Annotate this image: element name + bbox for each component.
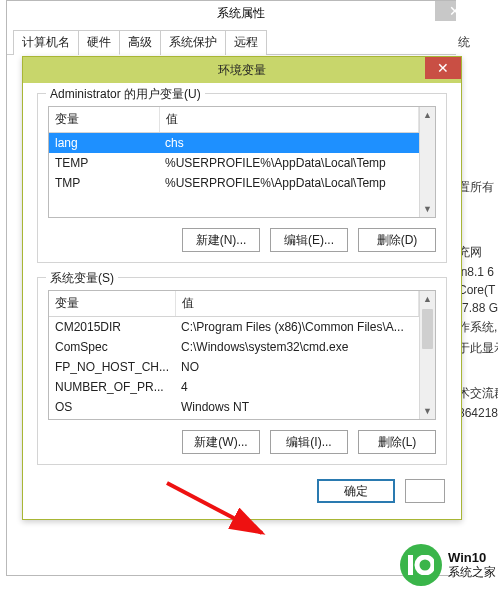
bg-text: 864218 — [458, 406, 498, 420]
watermark-text: Win10 系统之家 — [448, 551, 496, 578]
var-value-cell: 4 — [175, 377, 418, 397]
bg-text: 于此显示 — [458, 340, 498, 357]
tab-hardware[interactable]: 硬件 — [78, 30, 120, 55]
var-value-cell: NO — [175, 357, 418, 377]
var-name-cell: TEMP — [49, 153, 159, 173]
col-header-variable[interactable]: 变量 — [49, 107, 159, 133]
environment-variables-dialog: 环境变量 ✕ Administrator 的用户变量(U) 变量 值 langc… — [22, 56, 462, 520]
watermark-logo-icon — [400, 544, 442, 586]
user-edit-button[interactable]: 编辑(E)... — [270, 228, 348, 252]
var-value-cell: C:\Windows\system32\cmd.exe — [175, 337, 418, 357]
sys-vars-scrollbar[interactable]: ▲ ▼ — [419, 291, 435, 419]
watermark: Win10 系统之家 — [400, 544, 496, 586]
var-name-cell: NUMBER_OF_PR... — [49, 377, 175, 397]
system-properties-titlebar: 系统属性 ✕ — [7, 1, 475, 25]
var-value-cell: chs — [159, 133, 419, 154]
user-variables-label: Administrator 的用户变量(U) — [46, 86, 205, 103]
bg-text: 术交流群 — [458, 385, 498, 402]
col-header-variable[interactable]: 变量 — [49, 291, 175, 317]
sys-new-button[interactable]: 新建(W)... — [182, 430, 260, 454]
bg-text: 统 — [458, 34, 498, 51]
tab-computer-name[interactable]: 计算机名 — [13, 30, 79, 55]
table-row[interactable]: CM2015DIRC:\Program Files (x86)\Common F… — [49, 317, 419, 338]
user-new-button[interactable]: 新建(N)... — [182, 228, 260, 252]
var-value-cell: %USERPROFILE%\AppData\Local\Temp — [159, 173, 419, 193]
scroll-up-icon[interactable]: ▲ — [420, 107, 435, 123]
close-icon: ✕ — [437, 60, 449, 76]
env-dialog-titlebar[interactable]: 环境变量 ✕ — [23, 57, 461, 83]
user-variables-table[interactable]: 变量 值 langchsTEMP%USERPROFILE%\AppData\Lo… — [49, 107, 419, 193]
watermark-line1: Win10 — [448, 551, 496, 565]
scroll-down-icon[interactable]: ▼ — [420, 403, 435, 419]
bg-text: (7.88 G — [458, 301, 498, 315]
bg-text: 置所有 — [458, 179, 498, 196]
sys-delete-button[interactable]: 删除(L) — [358, 430, 436, 454]
user-variables-group: Administrator 的用户变量(U) 变量 值 langchsTEMP%… — [37, 93, 447, 263]
system-properties-tabs: 计算机名 硬件 高级 系统保护 远程 — [7, 25, 475, 55]
var-name-cell: ComSpec — [49, 337, 175, 357]
system-properties-title: 系统属性 — [217, 5, 265, 22]
tab-remote[interactable]: 远程 — [225, 30, 267, 55]
bg-text: in8.1 6 — [458, 265, 498, 279]
system-variables-label: 系统变量(S) — [46, 270, 118, 287]
scroll-up-icon[interactable]: ▲ — [420, 291, 435, 307]
bg-text: Core(T — [458, 283, 498, 297]
table-row[interactable]: ComSpecC:\Windows\system32\cmd.exe — [49, 337, 419, 357]
user-delete-button[interactable]: 删除(D) — [358, 228, 436, 252]
background-right-panel: 统 置所有 充网 in8.1 6 Core(T (7.88 G 作系统, 于此显… — [456, 0, 500, 590]
watermark-line2: 系统之家 — [448, 566, 496, 579]
bg-text: 作系统, — [458, 319, 498, 336]
bg-text: 充网 — [458, 244, 498, 261]
table-row[interactable]: TMP%USERPROFILE%\AppData\Local\Temp — [49, 173, 419, 193]
tab-system-protection[interactable]: 系统保护 — [160, 30, 226, 55]
scrollbar-thumb[interactable] — [422, 309, 433, 349]
col-header-value[interactable]: 值 — [159, 107, 419, 133]
svg-rect-1 — [408, 555, 413, 575]
table-row[interactable]: TEMP%USERPROFILE%\AppData\Local\Temp — [49, 153, 419, 173]
env-dialog-title: 环境变量 — [218, 62, 266, 79]
var-value-cell: Windows NT — [175, 397, 418, 417]
user-vars-scrollbar[interactable]: ▲ ▼ — [419, 107, 435, 217]
var-name-cell: lang — [49, 133, 159, 154]
table-row[interactable]: OSWindows NT — [49, 397, 419, 417]
system-variables-group: 系统变量(S) 变量 值 CM2015DIRC:\Program Files (… — [37, 277, 447, 465]
table-row[interactable]: NUMBER_OF_PR...4 — [49, 377, 419, 397]
sys-edit-button[interactable]: 编辑(I)... — [270, 430, 348, 454]
ok-button[interactable]: 确定 — [317, 479, 395, 503]
system-variables-table-wrap: 变量 值 CM2015DIRC:\Program Files (x86)\Com… — [48, 290, 436, 420]
var-name-cell: FP_NO_HOST_CH... — [49, 357, 175, 377]
var-name-cell: CM2015DIR — [49, 317, 175, 338]
tab-advanced[interactable]: 高级 — [119, 30, 161, 55]
user-variables-table-wrap: 变量 值 langchsTEMP%USERPROFILE%\AppData\Lo… — [48, 106, 436, 218]
table-row[interactable]: FP_NO_HOST_CH...NO — [49, 357, 419, 377]
cancel-button-partial[interactable] — [405, 479, 445, 503]
table-row[interactable]: langchs — [49, 133, 419, 154]
scroll-down-icon[interactable]: ▼ — [420, 201, 435, 217]
var-value-cell: C:\Program Files (x86)\Common Files\A... — [175, 317, 418, 338]
system-variables-table[interactable]: 变量 值 CM2015DIRC:\Program Files (x86)\Com… — [49, 291, 419, 417]
svg-point-2 — [417, 557, 433, 573]
var-value-cell: %USERPROFILE%\AppData\Local\Temp — [159, 153, 419, 173]
var-name-cell: TMP — [49, 173, 159, 193]
col-header-value[interactable]: 值 — [175, 291, 418, 317]
var-name-cell: OS — [49, 397, 175, 417]
env-dialog-close-button[interactable]: ✕ — [425, 57, 461, 79]
